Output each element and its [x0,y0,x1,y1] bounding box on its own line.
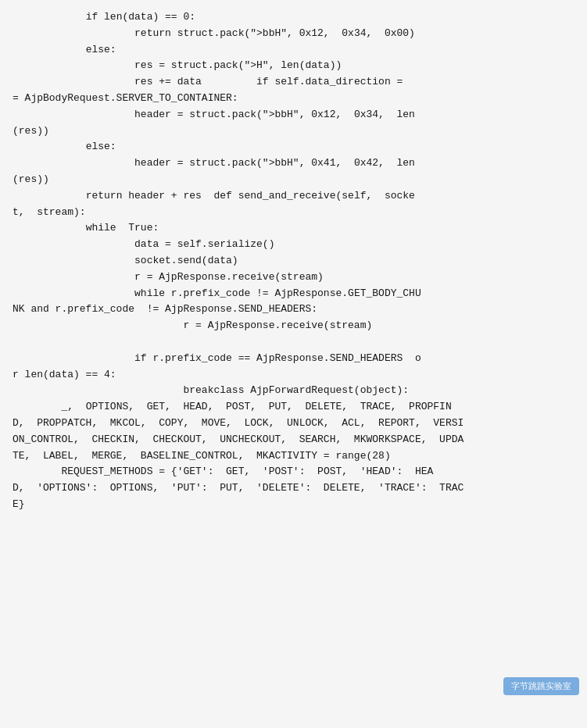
watermark: 字节跳跳实验室 [503,677,579,695]
code-container: if len(data) == 0: return struct.pack(">… [0,0,587,703]
code-block: if len(data) == 0: return struct.pack(">… [13,9,574,513]
